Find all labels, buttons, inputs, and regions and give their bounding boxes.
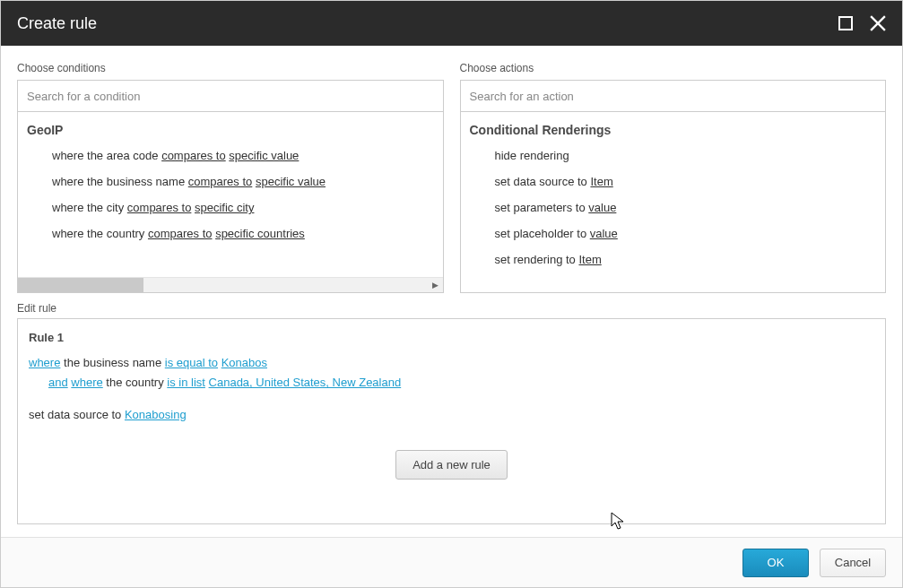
conditions-label: Choose conditions (17, 62, 444, 74)
actions-search-input[interactable] (460, 80, 887, 112)
actions-label: Choose actions (460, 62, 887, 74)
close-icon[interactable] (870, 15, 886, 31)
conditions-hscroll[interactable]: ▶ (18, 277, 443, 292)
cancel-button[interactable]: Cancel (820, 549, 886, 577)
value-link[interactable]: Canada, United States, New Zealand (209, 376, 402, 389)
actions-group: Conditional Renderings (461, 117, 886, 143)
rule-line-1: where the business name is equal to Kona… (29, 353, 874, 373)
titlebar-controls (838, 15, 886, 31)
actions-column: Choose actions Conditional Renderings hi… (460, 62, 887, 293)
and-link[interactable]: and (48, 376, 68, 389)
conditions-list-wrap: GeoIP where the area code compares to sp… (17, 112, 444, 293)
rule-editor: Rule 1 where the business name is equal … (17, 318, 886, 524)
svg-rect-0 (839, 17, 852, 30)
conditions-column: Choose conditions GeoIP where the area c… (17, 62, 444, 293)
actions-list[interactable]: Conditional Renderings hide rendering se… (461, 112, 886, 292)
action-item[interactable]: set placeholder to value (461, 220, 886, 246)
conditions-list[interactable]: GeoIP where the area code compares to sp… (18, 112, 443, 277)
where-link[interactable]: where (29, 356, 60, 369)
action-item[interactable]: set rendering to Item (461, 246, 886, 272)
condition-item[interactable]: where the country compares to specific c… (18, 220, 443, 246)
actions-list-wrap: Conditional Renderings hide rendering se… (460, 112, 887, 293)
where-link[interactable]: where (71, 376, 102, 389)
create-rule-dialog: Create rule Choose conditions GeoIP wher… (0, 0, 903, 588)
action-item[interactable]: set data source to Item (461, 169, 886, 195)
add-rule-button[interactable]: Add a new rule (395, 450, 508, 480)
action-item[interactable]: hide rendering (461, 143, 886, 169)
rule-line-3: set data source to Konabosing (29, 405, 874, 425)
conditions-group: GeoIP (18, 117, 443, 143)
ok-button[interactable]: OK (742, 549, 809, 577)
action-item[interactable]: set parameters to value (461, 195, 886, 220)
conditions-search-input[interactable] (17, 80, 444, 112)
value-link[interactable]: Konabos (221, 356, 267, 369)
rule-line-2: and where the country is in list Canada,… (29, 373, 874, 393)
condition-item[interactable]: where the city compares to specific city (18, 195, 443, 220)
operator-link[interactable]: is equal to (165, 356, 218, 369)
add-rule-wrap: Add a new rule (29, 450, 874, 480)
rule-title: Rule 1 (29, 328, 874, 348)
operator-link[interactable]: is in list (167, 376, 205, 389)
dialog-footer: OK Cancel (1, 537, 902, 587)
columns: Choose conditions GeoIP where the area c… (17, 62, 886, 293)
maximize-icon[interactable] (838, 15, 854, 31)
titlebar: Create rule (1, 1, 902, 46)
dialog-body: Choose conditions GeoIP where the area c… (1, 46, 902, 537)
edit-rule-label: Edit rule (17, 302, 886, 315)
condition-item[interactable]: where the business name compares to spec… (18, 169, 443, 195)
dialog-title: Create rule (17, 14, 97, 33)
value-link[interactable]: Konabosing (125, 408, 187, 421)
condition-item[interactable]: where the area code compares to specific… (18, 143, 443, 169)
